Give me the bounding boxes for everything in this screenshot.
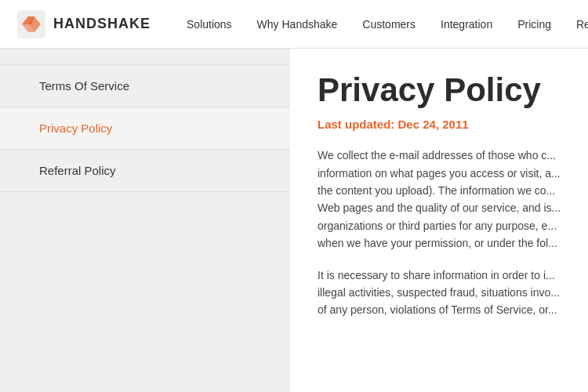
nav-pricing[interactable]: Pricing	[505, 0, 564, 49]
paragraph-1: We collect the e-mail addresses of those…	[318, 147, 564, 252]
sidebar-item-privacy[interactable]: Privacy Policy	[0, 107, 290, 150]
main-layout: Terms Of Service Privacy Policy Referral…	[0, 49, 588, 392]
logo[interactable]: HANDSHAKE	[16, 9, 151, 40]
sidebar-item-terms[interactable]: Terms Of Service	[0, 64, 290, 107]
nav-why-handshake[interactable]: Why Handshake	[245, 0, 350, 49]
brand-name: HANDSHAKE	[53, 16, 151, 32]
sidebar: Terms Of Service Privacy Policy Referral…	[0, 49, 290, 392]
content-body: We collect the e-mail addresses of those…	[318, 147, 564, 319]
nav-solutions[interactable]: Solutions	[174, 0, 245, 49]
content-area: Privacy Policy Last updated: Dec 24, 201…	[290, 49, 588, 392]
nav-integration[interactable]: Integration	[428, 0, 505, 49]
nav-resources[interactable]: Resour...	[564, 0, 588, 49]
nav-links: Solutions Why Handshake Customers Integr…	[174, 0, 588, 49]
sidebar-item-referral[interactable]: Referral Policy	[0, 150, 290, 192]
nav-customers[interactable]: Customers	[350, 0, 428, 49]
paragraph-2: It is necessary to share information in …	[318, 267, 564, 319]
handshake-logo-icon	[16, 9, 47, 40]
navbar: HANDSHAKE Solutions Why Handshake Custom…	[0, 0, 588, 49]
page-title: Privacy Policy	[318, 72, 564, 108]
last-updated-date: Last updated: Dec 24, 2011	[318, 118, 564, 131]
